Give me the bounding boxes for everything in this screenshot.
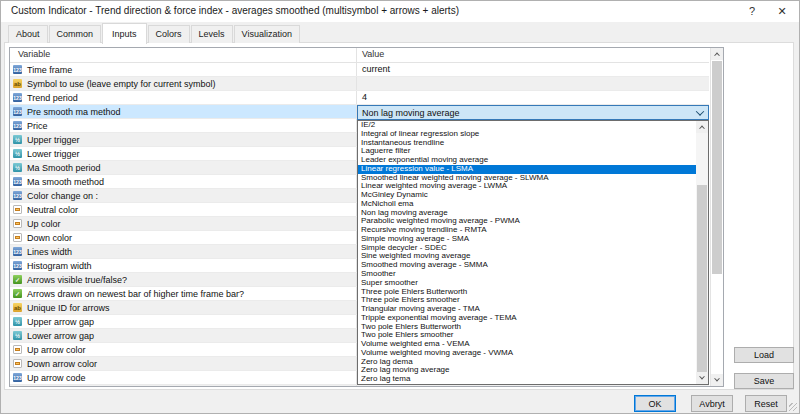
dbl-param-icon: ½ <box>13 317 22 326</box>
list-item[interactable]: McNicholl ema <box>358 200 696 209</box>
table-scrollbar[interactable] <box>710 48 723 386</box>
list-item[interactable]: Simple decycler - SDEC <box>358 244 696 253</box>
list-item[interactable]: Recursive moving trendline - RMTA <box>358 226 696 235</box>
list-item[interactable]: Two pole Ehlers smoother <box>358 331 696 340</box>
variable-cell: Neutral color <box>10 203 357 216</box>
resize-grip[interactable] <box>789 403 797 411</box>
list-item[interactable]: Volume weighted moving average - VWMA <box>358 349 696 358</box>
table-row[interactable]: 123Down arrow code <box>10 385 709 386</box>
variable-cell: 123Price <box>10 119 357 132</box>
int-param-icon: 123 <box>13 261 22 270</box>
table-scrollbar-thumb[interactable] <box>712 61 722 274</box>
list-item[interactable]: Parabolic weighted moving average - PWMA <box>358 217 696 226</box>
dbl-param-icon: ½ <box>13 331 22 340</box>
list-item[interactable]: McGinley Dynamic <box>358 191 696 200</box>
variable-cell: ½Lower trigger <box>10 147 357 160</box>
variable-cell: Down arrow color <box>10 357 357 370</box>
list-item[interactable]: Non lag moving average <box>358 209 696 218</box>
tab-bar: AboutCommonInputsColorsLevelsVisualizati… <box>8 24 301 43</box>
list-item[interactable]: Integral of linear regression slope <box>358 130 696 139</box>
scroll-up-icon[interactable] <box>696 121 708 133</box>
list-item[interactable]: Three pole Ehlers smoother <box>358 296 696 305</box>
listbox-scrollbar[interactable] <box>696 121 708 384</box>
table-row[interactable]: 123Time framecurrent <box>10 63 709 77</box>
list-item[interactable]: Zero lag dema <box>358 358 696 367</box>
str-param-icon: ab <box>13 303 22 312</box>
column-header-value: Value <box>357 48 709 62</box>
list-item[interactable]: Volume weighted ema - VEMA <box>358 340 696 349</box>
list-item[interactable]: Simple moving average - SMA <box>358 235 696 244</box>
tab-about[interactable]: About <box>8 25 48 43</box>
list-item[interactable]: Linear regression value - LSMA <box>358 165 696 174</box>
listbox-scrollbar-thumb[interactable] <box>697 185 707 372</box>
scroll-down-icon[interactable] <box>696 372 708 384</box>
tab-colors[interactable]: Colors <box>148 25 190 43</box>
list-item[interactable]: Leader exponential moving average <box>358 156 696 165</box>
title-bar: Custom Indicator - Trend direction & for… <box>1 1 799 22</box>
list-item[interactable]: Zero lag moving average <box>358 366 696 375</box>
chevron-down-icon <box>696 107 704 115</box>
param-label: Ma Smooth period <box>27 163 101 173</box>
list-item[interactable]: Sine weighted moving average <box>358 252 696 261</box>
value-cell[interactable] <box>357 385 709 386</box>
tab-common[interactable]: Common <box>49 25 102 43</box>
value-cell[interactable]: 4 <box>357 91 709 104</box>
variable-cell: 123Trend period <box>10 91 357 104</box>
variable-cell: ½Lower arrow gap <box>10 329 357 342</box>
pre-smooth-method-combobox[interactable]: Non lag moving average <box>357 105 709 120</box>
variable-cell: abUnique ID for arrows <box>10 301 357 314</box>
list-item[interactable]: Triangular moving average - TMA <box>358 305 696 314</box>
tab-inputs[interactable]: Inputs <box>102 23 147 44</box>
combobox-value: Non lag moving average <box>358 108 692 118</box>
list-item[interactable]: Super smoother <box>358 279 696 288</box>
value-cell[interactable] <box>357 77 709 90</box>
variable-cell: ✓Arrows drawn on newest bar of higher ti… <box>10 287 357 300</box>
param-label: Time frame <box>27 65 72 75</box>
param-label: Up color <box>27 219 61 229</box>
variable-cell: 123Lines width <box>10 245 357 258</box>
list-item[interactable]: Two pole Ehlers Butterworth <box>358 323 696 332</box>
list-item[interactable]: Three pole Ehlers Butterworth <box>358 288 696 297</box>
cancel-button[interactable]: Avbryt <box>691 395 733 412</box>
combobox-dropdown-button[interactable] <box>692 110 708 116</box>
variable-cell: ✓Arrows visible true/false? <box>10 273 357 286</box>
tab-levels[interactable]: Levels <box>191 25 233 43</box>
clr-param-icon <box>13 359 22 368</box>
ok-button[interactable]: OK <box>634 395 676 412</box>
close-icon[interactable]: ✕ <box>769 3 795 20</box>
list-item[interactable]: Linear weighted moving average - LWMA <box>358 182 696 191</box>
param-label: Down arrow color <box>27 359 97 369</box>
tab-visualization[interactable]: Visualization <box>234 25 300 43</box>
param-label: Symbol to use (leave empty for current s… <box>27 79 216 89</box>
scroll-up-icon[interactable] <box>711 48 723 60</box>
value-cell[interactable]: current <box>357 63 709 76</box>
help-icon[interactable]: ? <box>739 3 765 20</box>
param-label: Price <box>27 121 48 131</box>
variable-cell: Up arrow color <box>10 343 357 356</box>
list-item[interactable]: Smoothed linear weighted moving average … <box>358 174 696 183</box>
param-label: Down color <box>27 233 72 243</box>
scroll-down-icon[interactable] <box>711 374 723 386</box>
param-label: Upper arrow gap <box>27 317 94 327</box>
list-item[interactable]: IE/2 <box>358 121 696 130</box>
list-item[interactable]: Zero lag tema <box>358 375 696 384</box>
param-label: Up arrow color <box>27 345 86 355</box>
save-button[interactable]: Save <box>734 373 794 389</box>
list-item[interactable]: Tripple exponential moving average - TEM… <box>358 314 696 323</box>
column-header-variable: Variable <box>10 48 357 62</box>
variable-cell: 123Color change on : <box>10 189 357 202</box>
list-item[interactable]: Smoother <box>358 270 696 279</box>
list-item[interactable]: Smoothed moving average - SMMA <box>358 261 696 270</box>
variable-cell: Down color <box>10 231 357 244</box>
chevron-up-icon <box>714 53 720 59</box>
reset-button[interactable]: Reset <box>745 395 787 412</box>
load-button[interactable]: Load <box>734 347 794 363</box>
table-row[interactable]: abSymbol to use (leave empty for current… <box>10 77 709 91</box>
dbl-param-icon: ½ <box>13 163 22 172</box>
list-item[interactable]: Instantaneous trendline <box>358 139 696 148</box>
clr-param-icon <box>13 345 22 354</box>
listbox-items: IE/2Integral of linear regression slopeI… <box>358 121 696 384</box>
table-row[interactable]: 123Trend period4 <box>10 91 709 105</box>
table-header: Variable Value <box>10 48 709 63</box>
list-item[interactable]: Laguerre filter <box>358 147 696 156</box>
